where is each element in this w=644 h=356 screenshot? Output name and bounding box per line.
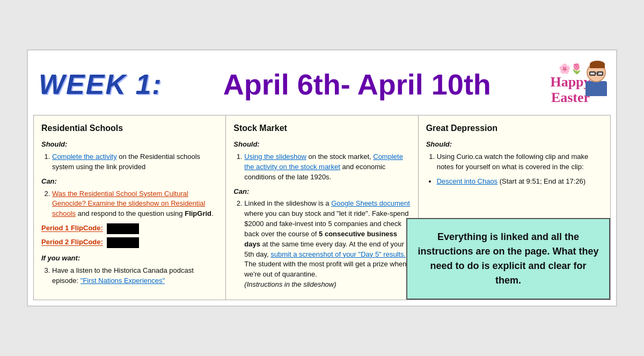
flipcode1-value — [107, 223, 139, 234]
col2-item2: Linked in the slideshow is a Google Shee… — [244, 199, 410, 290]
flipcode2-label[interactable]: Period 2 FlipCode: — [41, 238, 103, 246]
date-range: April 6th- April 10th — [179, 68, 536, 101]
col3-should-label: Should: — [426, 140, 603, 150]
col3-link1[interactable]: Descent into Chaos — [437, 177, 497, 185]
avatar — [581, 63, 611, 100]
col-residential-schools: Residential Schools Should: Complete the… — [34, 115, 226, 300]
flipcode2-value — [107, 237, 139, 248]
easter-badge: 🌸🌷 Happy Easter — [536, 60, 605, 108]
col-stock-market: Stock Market Should: Using the slideshow… — [226, 115, 418, 300]
col1-item3: Have a listen to the Historica Canada po… — [52, 266, 218, 286]
col3-header: Great Depression — [426, 122, 603, 134]
col3-bullet1: Descent into Chaos (Start at 9:51; End a… — [437, 177, 603, 187]
flipcode2-row: Period 2 FlipCode: — [41, 237, 218, 248]
col3-bullet1-time: (Start at 9:51; End at 17:26) — [500, 177, 586, 185]
teal-box-text: Everything is linked and all the instruc… — [418, 231, 598, 286]
col1-should-label: Should: — [41, 140, 218, 150]
col3-item1-text: Using Curio.ca watch the following clip … — [437, 152, 589, 171]
week-title: WEEK 1: — [39, 68, 163, 100]
teal-info-box: Everything is linked and all the instruc… — [406, 218, 610, 300]
col3-item1: Using Curio.ca watch the following clip … — [437, 152, 603, 172]
col1-can-label: Can: — [41, 177, 218, 187]
col1-link1[interactable]: Complete the activity — [52, 152, 117, 161]
col1-item2-suffix: and respond to the question using FlipGr… — [78, 209, 214, 217]
col2-link4[interactable]: submit a screenshot of your "Day 5" resu… — [270, 250, 406, 258]
flipcode1-row: Period 1 FlipCode: — [41, 223, 218, 234]
col2-link1[interactable]: Using the slideshow — [244, 152, 306, 161]
easter-flowers: 🌸🌷 — [559, 63, 582, 75]
col2-link3[interactable]: Google Sheets document — [331, 199, 410, 207]
col2-item2-italic: (Instructions in the slideshow) — [244, 280, 336, 288]
col2-item2-end: The student with the most profit will ge… — [244, 260, 406, 278]
main-container: WEEK 1: April 6th- April 10th 🌸🌷 Happy E… — [27, 49, 617, 307]
col2-item2-pre: Linked in the slideshow is a — [244, 199, 331, 207]
col-great-depression: Great Depression Should: Using Curio.ca … — [419, 115, 610, 300]
flipcode1-label[interactable]: Period 1 FlipCode: — [41, 224, 103, 233]
col1-item2: Was the Residential School System Cultur… — [52, 189, 218, 220]
col2-item1: Using the slideshow on the stock market,… — [244, 152, 410, 183]
col1-ifuwant-label: If you want: — [41, 253, 218, 264]
header: WEEK 1: April 6th- April 10th 🌸🌷 Happy E… — [33, 56, 611, 115]
col2-should-label: Should: — [233, 140, 410, 150]
col1-link3[interactable]: "First Nations Experiences" — [80, 277, 165, 285]
col2-item1-suffix: on the stock market, — [309, 152, 374, 161]
col2-header: Stock Market — [233, 122, 410, 134]
col2-can-label: Can: — [233, 187, 410, 197]
col1-header: Residential Schools — [41, 122, 218, 134]
content-grid: Residential Schools Should: Complete the… — [33, 115, 611, 300]
col1-item1: Complete the activity on the Residential… — [52, 152, 218, 172]
